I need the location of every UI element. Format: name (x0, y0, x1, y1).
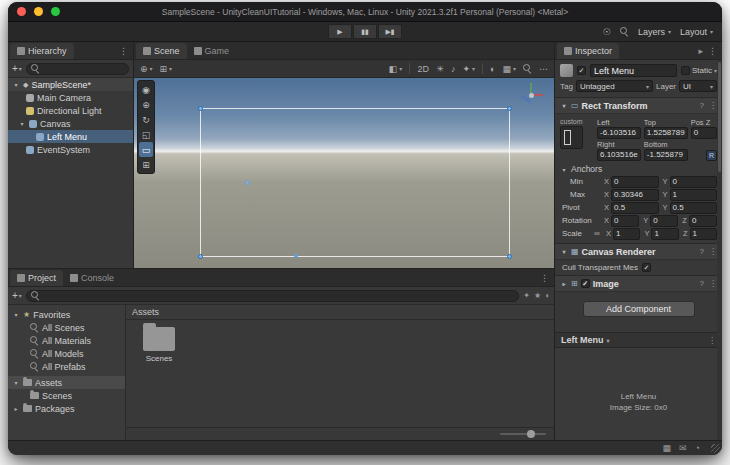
search-by-type-icon[interactable]: ✦ (523, 291, 530, 300)
hierarchy-item-main-camera[interactable]: Main Camera (8, 91, 133, 104)
anchor-max-y-field[interactable]: 1 (670, 189, 717, 201)
foldout-icon[interactable]: ▾ (12, 81, 20, 88)
anchor-preset-button[interactable] (560, 126, 583, 149)
pos-z-field[interactable]: 0 (691, 127, 717, 139)
component-menu-icon[interactable]: ⋮ (709, 279, 717, 288)
inspector-scrollbar[interactable] (717, 60, 722, 440)
add-component-button[interactable]: Add Component (583, 301, 695, 317)
scale-tool-button[interactable]: ◱ (139, 127, 153, 142)
rect-handle-bottom-left[interactable] (198, 254, 203, 259)
scrollbar-thumb[interactable] (718, 62, 721, 172)
anchor-marker[interactable] (294, 254, 298, 258)
right-field[interactable]: 6.103516e (597, 149, 641, 161)
image-component-header[interactable]: ▸ ⊞ ✓ Image ? ⋮ (555, 275, 722, 292)
favorite-all-prefabs[interactable]: All Prefabs (8, 360, 125, 373)
visibility-toggle[interactable]: ◐ (490, 64, 495, 74)
scale-x-field[interactable]: 1 (613, 228, 640, 240)
zoom-window-button[interactable] (51, 7, 60, 16)
component-menu-icon[interactable]: ⋮ (709, 101, 717, 110)
top-field[interactable]: 1.5258789 (644, 127, 688, 139)
bottom-field[interactable]: -1.525879 (644, 149, 688, 161)
rotation-x-field[interactable]: 0 (611, 215, 639, 227)
tag-dropdown[interactable]: Untagged ▾ (576, 80, 653, 92)
hierarchy-item-canvas[interactable]: ▾ Canvas (8, 117, 133, 130)
pivot-y-field[interactable]: 0.5 (670, 202, 717, 214)
left-field[interactable]: -6.103516 (597, 127, 641, 139)
layers-dropdown[interactable]: Layers ▾ (638, 27, 671, 37)
hierarchy-scene-row[interactable]: ▾ ◆ SampleScene* (8, 78, 133, 91)
icon-size-slider[interactable] (500, 433, 546, 435)
rect-handle-top-right[interactable] (507, 106, 512, 111)
orientation-gizmo[interactable] (518, 82, 544, 108)
audio-toggle[interactable]: ♪ (451, 64, 456, 74)
tab-game[interactable]: Game (187, 43, 237, 59)
grid-dropdown[interactable]: ▦▾ (502, 64, 516, 74)
search-icon[interactable] (620, 27, 629, 36)
rect-transform-header[interactable]: ▾ ▭ Rect Transform ? ⋮ (555, 97, 722, 114)
tab-inspector[interactable]: Inspector (557, 43, 619, 59)
raw-edit-button[interactable]: R (706, 150, 717, 161)
hidden-packages-icon[interactable]: ◐ (545, 291, 550, 300)
effects-dropdown[interactable]: ✦▾ (462, 64, 475, 74)
panel-menu-icon[interactable]: ⋮ (540, 273, 549, 283)
project-search-input[interactable] (43, 291, 514, 300)
rect-handle-top-left[interactable] (198, 106, 203, 111)
slider-knob[interactable] (527, 430, 535, 438)
rotation-y-field[interactable]: 0 (650, 215, 678, 227)
favorite-all-scenes[interactable]: All Scenes (8, 321, 125, 334)
pivot-x-field[interactable]: 0.5 (611, 202, 658, 214)
preview-menu-icon[interactable]: ⋮ (708, 336, 716, 345)
view-tool-button[interactable]: ◉ (139, 82, 153, 97)
scale-y-field[interactable]: 1 (651, 228, 678, 240)
sidebar-item-packages[interactable]: ▸ Packages (8, 402, 125, 415)
anchor-min-y-field[interactable]: 0 (670, 176, 717, 188)
scene-search-icon[interactable] (523, 64, 532, 73)
anchor-min-x-field[interactable]: 0 (611, 176, 658, 188)
cull-transparent-mesh-checkbox[interactable]: ✓ (642, 263, 651, 272)
minimize-window-button[interactable] (34, 7, 43, 16)
rotate-tool-button[interactable]: ↻ (139, 112, 153, 127)
create-object-button[interactable]: +▾ (12, 63, 22, 74)
transform-tool-button[interactable]: ⊞ (139, 157, 153, 172)
overflow-menu-icon[interactable]: ⋯ (539, 64, 548, 74)
progress-icon[interactable]: ▦ (663, 443, 672, 453)
gameobject-name-input[interactable] (590, 64, 677, 77)
preview-header[interactable]: Left Menu ▾ ⋮ (555, 332, 722, 348)
help-icon[interactable]: ? (700, 247, 704, 256)
play-button[interactable]: ▶ (328, 24, 352, 39)
resize-grip[interactable] (711, 444, 720, 453)
rotation-z-field[interactable]: 0 (689, 215, 717, 227)
tab-project[interactable]: Project (10, 270, 63, 286)
tab-hierarchy[interactable]: Hierarchy (10, 43, 74, 59)
image-enabled-checkbox[interactable]: ✓ (581, 279, 590, 288)
hierarchy-item-eventsystem[interactable]: EventSystem (8, 143, 133, 156)
static-dropdown[interactable]: Static ▾ (681, 66, 717, 75)
sidebar-item-scenes[interactable]: Scenes (8, 389, 125, 402)
tab-scene[interactable]: Scene (136, 43, 187, 59)
step-button[interactable]: ▶▮ (378, 24, 402, 39)
scale-z-field[interactable]: 1 (690, 228, 717, 240)
help-icon[interactable]: ? (700, 279, 704, 288)
pivot-toggle[interactable]: ⊕▾ (140, 64, 153, 74)
hierarchy-item-directional-light[interactable]: Directional Light (8, 104, 133, 117)
rect-tool-button[interactable]: ▭ (139, 142, 153, 157)
close-window-button[interactable] (17, 7, 26, 16)
shading-mode-dropdown[interactable]: ◧▾ (389, 64, 403, 74)
anchors-foldout[interactable]: ▾ Anchors (555, 163, 722, 175)
activity-icon[interactable]: ◔ (695, 443, 700, 453)
panel-menu-icon[interactable]: ⋮ (119, 46, 128, 56)
layout-dropdown[interactable]: Layout ▾ (680, 27, 713, 37)
asset-folder-scenes[interactable]: Scenes (136, 327, 182, 363)
pause-button[interactable]: ▮▮ (353, 24, 377, 39)
message-icon[interactable]: ✉ (679, 443, 687, 453)
constrain-proportions-icon[interactable]: ∞ (594, 229, 602, 238)
account-icon[interactable]: ☉ (603, 27, 611, 37)
scene-viewport[interactable]: ◉ ⊕ ↻ ◱ ▭ ⊞ (134, 78, 554, 268)
hierarchy-search-input[interactable] (43, 64, 124, 73)
lock-icon[interactable]: ▸ (698, 46, 703, 56)
hierarchy-item-left-menu[interactable]: Left Menu (8, 130, 133, 143)
favorite-all-models[interactable]: All Models (8, 347, 125, 360)
static-checkbox[interactable] (681, 66, 690, 75)
create-asset-button[interactable]: +▾ (12, 290, 22, 301)
component-menu-icon[interactable]: ⋮ (709, 247, 717, 256)
